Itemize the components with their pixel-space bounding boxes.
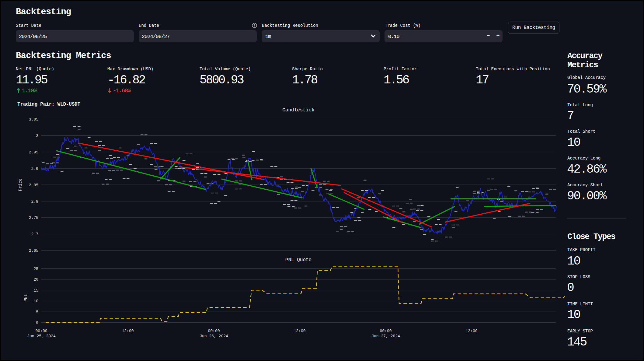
- svg-text:12:00: 12:00: [122, 329, 134, 333]
- svg-text:00:00: 00:00: [35, 329, 47, 333]
- svg-text:2.9: 2.9: [31, 166, 38, 171]
- svg-text:2.8: 2.8: [31, 199, 38, 204]
- svg-text:12:00: 12:00: [465, 329, 477, 333]
- svg-text:0: 0: [36, 321, 38, 325]
- svg-text:20: 20: [33, 277, 38, 282]
- svg-text:2.65: 2.65: [29, 248, 38, 253]
- svg-text:2.95: 2.95: [29, 150, 38, 155]
- svg-text:15: 15: [33, 288, 38, 293]
- svg-text:PNL Quote: PNL Quote: [285, 257, 312, 263]
- svg-text:Candlestick: Candlestick: [282, 107, 315, 113]
- svg-text:Jun 25, 2024: Jun 25, 2024: [27, 334, 56, 338]
- svg-text:2.75: 2.75: [29, 216, 38, 220]
- svg-text:25: 25: [33, 267, 38, 271]
- svg-text:00:00: 00:00: [380, 329, 392, 333]
- svg-text:5: 5: [36, 310, 38, 314]
- svg-text:Jun 26, 2024: Jun 26, 2024: [200, 334, 228, 338]
- svg-text:3.05: 3.05: [29, 117, 38, 122]
- svg-text:2.7: 2.7: [31, 232, 38, 237]
- svg-text:00:00: 00:00: [208, 329, 220, 333]
- svg-text:2.85: 2.85: [29, 183, 38, 188]
- svg-text:3: 3: [36, 134, 38, 138]
- svg-text:12:00: 12:00: [294, 329, 305, 333]
- svg-text:Jun 27, 2024: Jun 27, 2024: [371, 334, 400, 338]
- svg-text:PNL: PNL: [23, 294, 28, 301]
- svg-text:10: 10: [33, 299, 38, 303]
- svg-text:?: ?: [253, 24, 255, 27]
- svg-text:Price: Price: [18, 178, 23, 191]
